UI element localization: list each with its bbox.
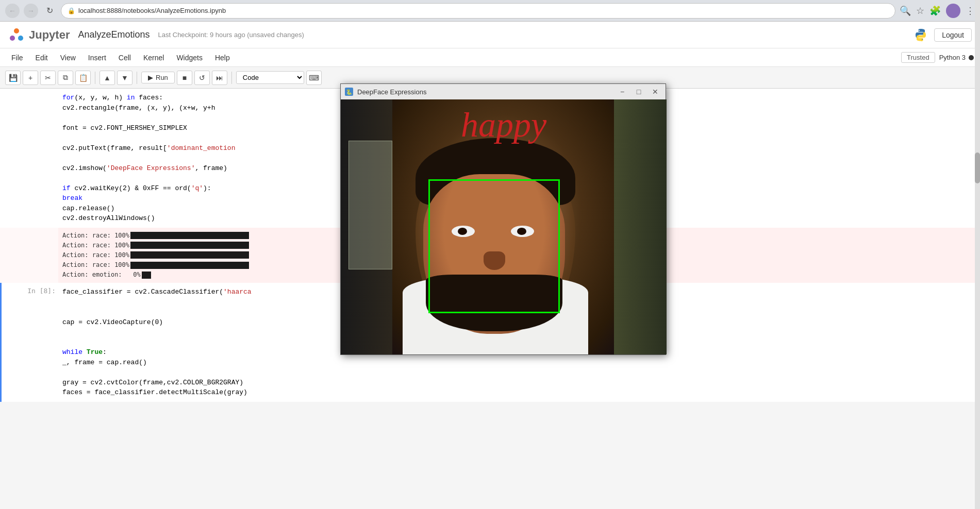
menu-widgets[interactable]: Widgets: [171, 52, 208, 64]
jupyter-header: Jupyter AnalyzeEmotions Last Checkpoint:…: [0, 22, 980, 48]
progress-bar-1: [130, 232, 249, 239]
browser-chrome: ← → ↻ 🔒 localhost:8888/notebooks/Analyze…: [0, 0, 980, 22]
window-reflection: [348, 141, 392, 269]
maximize-button[interactable]: □: [633, 87, 645, 97]
kernel-name: Python 3: [939, 54, 966, 61]
menu-view[interactable]: View: [55, 52, 81, 64]
search-icon[interactable]: 🔍: [900, 5, 911, 16]
svg-point-4: [922, 39, 923, 40]
svg-point-1: [10, 36, 15, 41]
reload-button[interactable]: ↻: [42, 4, 57, 18]
address-bar[interactable]: 🔒 localhost:8888/notebooks/AnalyzeEmotio…: [61, 3, 895, 19]
forward-button[interactable]: →: [24, 4, 38, 18]
cell-type-select[interactable]: Code Markdown Raw NBConvert: [236, 71, 304, 84]
paste-button[interactable]: 📋: [75, 71, 91, 85]
kernel-status-dot: [969, 55, 974, 60]
jupyter-logo: Jupyter: [8, 27, 70, 43]
code-line: _, frame = cap.read(): [62, 358, 976, 368]
svg-point-3: [919, 30, 920, 31]
progress-bar-5: [142, 272, 151, 279]
menu-kernel[interactable]: Kernel: [138, 52, 169, 64]
toolbar-sep3: [231, 72, 232, 84]
cell8-prompt: In [8]:: [2, 283, 58, 402]
progress-bar-4: [130, 262, 249, 269]
bookmark-icon[interactable]: ☆: [916, 5, 924, 16]
menu-edit[interactable]: Edit: [30, 52, 53, 64]
menu-right: Trusted Python 3: [901, 52, 974, 63]
lock-icon: 🔒: [68, 7, 75, 14]
user-avatar[interactable]: [946, 4, 960, 18]
deepface-content: happy: [341, 99, 667, 354]
menu-file[interactable]: File: [6, 52, 28, 64]
svg-point-2: [18, 36, 23, 41]
copy-button[interactable]: ⧉: [58, 71, 73, 85]
run-button[interactable]: ▶ Run: [141, 72, 175, 83]
interrupt-button[interactable]: ■: [177, 71, 192, 85]
menu-insert[interactable]: Insert: [83, 52, 111, 64]
cell-prompt: [2, 89, 58, 228]
toolbar-sep1: [95, 72, 95, 84]
trusted-button[interactable]: Trusted: [901, 52, 935, 63]
browser-icons: 🔍 ☆ 🧩 ⋮: [900, 4, 975, 18]
add-cell-button[interactable]: +: [23, 71, 38, 85]
progress-bar-3: [130, 251, 249, 259]
topbar-right: Logout: [913, 28, 972, 42]
restart-run-button[interactable]: ⏭: [212, 71, 227, 85]
emotion-label: happy: [461, 105, 546, 145]
minimize-button[interactable]: −: [616, 87, 628, 97]
notebook-title[interactable]: AnalyzeEmotions: [78, 29, 150, 40]
menu-bar: File Edit View Insert Cell Kernel Widget…: [0, 48, 980, 67]
cut-button[interactable]: ✂: [40, 71, 56, 85]
svg-point-0: [14, 28, 19, 33]
logout-button[interactable]: Logout: [934, 28, 972, 42]
deepface-title: DeepFace Expressions: [357, 88, 612, 96]
move-up-button[interactable]: ▲: [99, 71, 115, 85]
run-icon: ▶: [148, 74, 153, 81]
extensions-icon[interactable]: 🧩: [929, 5, 941, 16]
jupyter-logo-icon: [8, 27, 25, 43]
url-text: localhost:8888/notebooks/AnalyzeEmotions…: [78, 7, 226, 14]
save-button[interactable]: 💾: [5, 71, 21, 85]
menu-icon[interactable]: ⋮: [966, 5, 975, 16]
code-line: [62, 367, 976, 378]
restart-button[interactable]: ↺: [194, 71, 210, 85]
kernel-info: Python 3: [939, 54, 974, 61]
face-detection-rect: [428, 179, 560, 313]
menu-help[interactable]: Help: [210, 52, 235, 64]
progress-bar-2: [130, 242, 249, 249]
menu-cell[interactable]: Cell: [113, 52, 136, 64]
jupyter-brand: Jupyter: [29, 28, 70, 42]
deepface-app-icon: 🐍: [345, 88, 353, 96]
scrollbar-thumb[interactable]: [975, 152, 980, 183]
code-line: faces = face_classifier.detectMultiScale…: [62, 387, 976, 398]
move-down-button[interactable]: ▼: [117, 71, 132, 85]
run-label: Run: [156, 74, 168, 81]
keyboard-shortcuts-button[interactable]: ⌨: [306, 71, 322, 85]
toolbar-sep2: [137, 72, 137, 84]
back-button[interactable]: ←: [5, 4, 20, 18]
scrollbar[interactable]: [975, 89, 980, 509]
code-line: gray = cv2.cvtColor(frame,cv2.COLOR_BGR2…: [62, 378, 976, 388]
deepface-titlebar: 🐍 DeepFace Expressions − □ ✕: [341, 84, 666, 99]
deepface-window: 🐍 DeepFace Expressions − □ ✕ happy: [340, 83, 666, 355]
close-button[interactable]: ✕: [649, 87, 661, 97]
python-logo: [913, 28, 928, 42]
checkpoint-info: Last Checkpoint: 9 hours ago (unsaved ch…: [158, 31, 304, 39]
